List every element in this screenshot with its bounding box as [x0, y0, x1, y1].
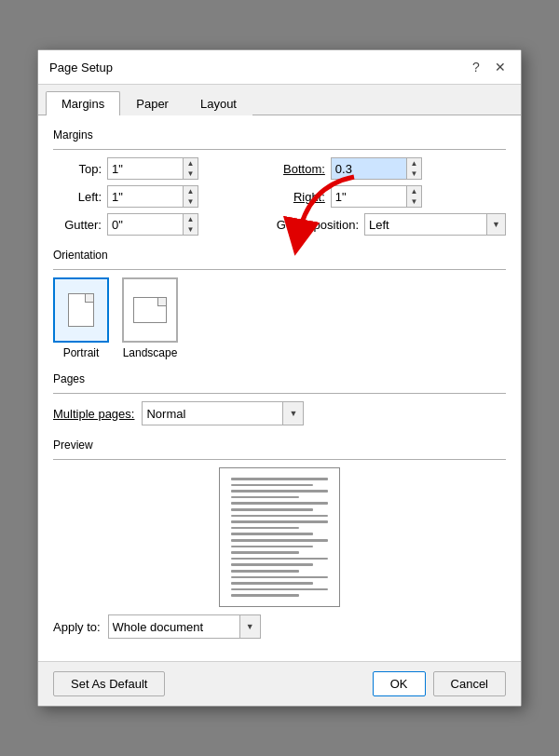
right-spinner: ▲ ▼: [331, 185, 422, 208]
left-down-arrow[interactable]: ▼: [184, 196, 198, 207]
multiple-pages-label: Multiple pages:: [53, 407, 134, 421]
preview-line-12: [231, 546, 313, 548]
portrait-label: Portrait: [63, 346, 100, 359]
gutter-position-arrow[interactable]: ▼: [486, 214, 505, 235]
dialog-body: Margins Top: ▲ ▼ Bottom:: [38, 115, 521, 661]
preview-line-16: [231, 570, 299, 573]
gutter-spinner: ▲ ▼: [107, 213, 198, 236]
orientation-options: Portrait Landscape: [53, 277, 506, 359]
bottom-field-row: Bottom: ▲ ▼: [277, 157, 506, 180]
gutter-input[interactable]: [108, 214, 183, 235]
bottom-up-arrow[interactable]: ▲: [407, 158, 421, 169]
preview-line-19: [231, 588, 328, 591]
landscape-shape: [133, 297, 167, 323]
right-input[interactable]: [332, 186, 406, 207]
multiple-pages-select-wrap: Normal Mirror margins 2 pages per sheet …: [142, 401, 304, 425]
bottom-arrows: ▲ ▼: [406, 158, 421, 179]
preview-line-9: [231, 527, 299, 530]
tab-paper[interactable]: Paper: [120, 91, 184, 115]
preview-section: Preview: [53, 439, 506, 639]
close-button[interactable]: ✕: [491, 58, 510, 76]
left-label: Left:: [53, 190, 102, 204]
left-arrows: ▲ ▼: [183, 186, 198, 207]
margins-section: Margins Top: ▲ ▼ Bottom:: [53, 128, 506, 236]
title-bar: Page Setup ? ✕: [38, 50, 521, 85]
portrait-shape: [68, 293, 94, 327]
set-default-button[interactable]: Set As Default: [53, 671, 165, 696]
preview-line-5: [231, 502, 328, 505]
title-bar-left: Page Setup: [49, 61, 113, 74]
apply-select[interactable]: Whole document This point forward This s…: [109, 615, 239, 638]
preview-line-4: [231, 496, 299, 499]
top-down-arrow[interactable]: ▼: [184, 169, 198, 179]
gutter-position-label: Gutter position:: [277, 218, 359, 232]
pages-row: Multiple pages: Normal Mirror margins 2 …: [53, 401, 506, 425]
orientation-section-label: Orientation: [53, 249, 506, 262]
page-setup-dialog: Page Setup ? ✕ Margins Paper Layout Marg…: [37, 49, 522, 707]
preview-line-14: [231, 558, 328, 560]
gutter-up-arrow[interactable]: ▲: [184, 214, 198, 224]
top-input[interactable]: [108, 158, 183, 179]
top-arrows: ▲ ▼: [183, 158, 198, 179]
preview-line-2: [231, 484, 313, 487]
preview-line-17: [231, 576, 328, 579]
preview-line-20: [231, 594, 299, 597]
preview-line-8: [231, 520, 328, 523]
orientation-divider: [53, 269, 506, 270]
top-up-arrow[interactable]: ▲: [184, 158, 198, 169]
preview-line-13: [231, 551, 299, 554]
gutter-label: Gutter:: [53, 218, 102, 232]
landscape-label: Landscape: [123, 346, 178, 359]
tab-margins[interactable]: Margins: [46, 91, 120, 115]
landscape-button[interactable]: Landscape: [122, 277, 178, 359]
gutter-arrows: ▲ ▼: [183, 214, 198, 235]
gutter-down-arrow[interactable]: ▼: [184, 224, 198, 235]
preview-divider: [53, 459, 506, 460]
top-spinner: ▲ ▼: [107, 157, 198, 180]
preview-line-11: [231, 539, 328, 542]
dialog-title: Page Setup: [49, 61, 113, 74]
help-button[interactable]: ?: [467, 58, 485, 76]
preview-line-6: [231, 508, 313, 511]
left-spinner: ▲ ▼: [107, 185, 198, 208]
apply-row: Apply to: Whole document This point forw…: [53, 614, 506, 639]
gutter-position-select[interactable]: Left Top: [365, 214, 486, 235]
pages-divider: [53, 393, 506, 394]
title-bar-right: ? ✕: [467, 58, 510, 76]
left-input[interactable]: [108, 186, 183, 207]
cancel-button[interactable]: Cancel: [433, 671, 506, 696]
pages-section-label: Pages: [53, 372, 506, 385]
top-field-row: Top: ▲ ▼: [53, 157, 258, 180]
footer-left: Set As Default: [53, 671, 165, 696]
preview-line-10: [231, 533, 313, 535]
preview-line-18: [231, 582, 313, 585]
portrait-icon: [53, 277, 109, 343]
gutter-position-select-wrap: Left Top ▼: [364, 213, 506, 236]
right-down-arrow[interactable]: ▼: [407, 196, 421, 207]
bottom-input[interactable]: [332, 158, 406, 179]
apply-select-wrap: Whole document This point forward This s…: [108, 614, 261, 639]
margins-section-label: Margins: [53, 128, 506, 142]
margins-divider: [53, 149, 506, 150]
tab-layout[interactable]: Layout: [184, 91, 252, 115]
orientation-section: Orientation Portrait Landscape: [53, 249, 506, 359]
multiple-pages-arrow[interactable]: ▼: [282, 402, 303, 425]
right-arrows: ▲ ▼: [406, 186, 421, 207]
apply-select-arrow[interactable]: ▼: [239, 615, 260, 638]
bottom-label: Bottom:: [277, 162, 325, 176]
preview-line-7: [231, 515, 328, 518]
portrait-button[interactable]: Portrait: [53, 277, 109, 359]
left-field-row: Left: ▲ ▼: [53, 185, 258, 208]
landscape-icon: [122, 277, 178, 343]
apply-label: Apply to:: [53, 620, 101, 634]
left-up-arrow[interactable]: ▲: [184, 186, 198, 196]
right-field-row: Right: ▲ ▼: [277, 185, 506, 208]
right-up-arrow[interactable]: ▲: [407, 186, 421, 196]
bottom-down-arrow[interactable]: ▼: [407, 169, 421, 179]
tab-bar: Margins Paper Layout: [38, 85, 521, 115]
dialog-footer: Set As Default OK Cancel: [38, 661, 521, 706]
multiple-pages-select[interactable]: Normal Mirror margins 2 pages per sheet …: [143, 402, 282, 425]
pages-section: Pages Multiple pages: Normal Mirror marg…: [53, 372, 506, 425]
margins-grid: Top: ▲ ▼ Bottom: ▲: [53, 157, 506, 236]
ok-button[interactable]: OK: [373, 671, 426, 696]
